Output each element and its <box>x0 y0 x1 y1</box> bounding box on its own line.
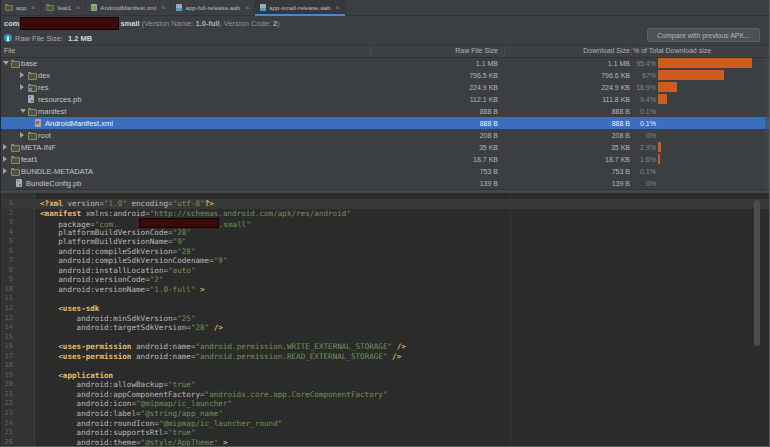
raw-file-size-label: Raw File Size: <box>15 34 65 43</box>
tab-AndroidManifest.xml[interactable]: AndroidManifest.xml× <box>86 0 171 15</box>
file-name: dex <box>38 71 50 80</box>
arrow-collapsed-icon[interactable] <box>3 156 7 162</box>
code-line: 7 android:compileSdkVersionCodename="9" <box>0 256 770 266</box>
column-header-file[interactable]: File <box>4 47 15 54</box>
raw-file-size-cell: 753 B <box>480 168 498 175</box>
tab-label: feat1 <box>57 4 71 11</box>
raw-file-size-cell: 18.7 KB <box>473 156 498 163</box>
raw-file-size-cell: 139 B <box>480 180 498 187</box>
tab-label: AndroidManifest.xml <box>100 4 156 11</box>
raw-file-size-cell: 224.9 KB <box>469 84 498 91</box>
tab-app[interactable]: app× <box>0 0 41 15</box>
raw-file-size-cell: 208 B <box>480 132 498 139</box>
folder-icon <box>28 133 37 140</box>
file-tree-rows: base1.1 MB1.1 MB95.4%dex796.5 KB796.6 KB… <box>0 57 770 190</box>
table-scrollbar[interactable] <box>765 58 769 189</box>
arrow-collapsed-icon[interactable] <box>3 168 7 174</box>
code-text: platformBuildVersionCode="28" <box>40 228 191 238</box>
file-name: resources.pb <box>38 95 81 104</box>
tree-row-resources.pb[interactable]: resources.pb112.1 KB111.8 KB9.4% <box>0 93 770 105</box>
code-line: 21 android:appComponentFactory="androidx… <box>0 390 770 400</box>
tree-row-base[interactable]: base1.1 MB1.1 MB95.4% <box>0 57 770 69</box>
close-tab-icon[interactable]: × <box>335 4 339 11</box>
folder-icon <box>28 109 37 116</box>
download-size-bar <box>658 58 752 68</box>
code-line: 20 android:allowBackup="true" <box>0 380 770 390</box>
tree-row-AndroidManifest.xml[interactable]: AndroidManifest.xml888 B888 B0.1% <box>0 117 770 129</box>
download-size-bar <box>658 82 677 92</box>
tree-row-root[interactable]: root208 B208 B0% <box>0 129 770 141</box>
code-line: 8 android:installLocation="auto" <box>0 266 770 276</box>
code-text: <manifest xmlns:android="http://schemas.… <box>40 209 351 219</box>
tab-app-small-release.aab[interactable]: app-small-release.aab× <box>255 0 345 15</box>
code-line: 24 android:roundIcon="@mipmap/ic_launche… <box>0 419 770 429</box>
manifest-file-icon <box>35 119 41 127</box>
code-line: 16 <uses-permission android:name="androi… <box>0 342 770 352</box>
redacted-package-name <box>139 218 219 228</box>
code-line: 12 <uses-sdk <box>0 304 770 314</box>
tree-row-feat1[interactable]: feat118.7 KB18.7 KB1.6% <box>0 153 770 165</box>
tree-row-res[interactable]: res224.9 KB224.9 KB18.9% <box>0 81 770 93</box>
tree-row-manifest[interactable]: manifest888 B888 B0.1% <box>0 105 770 117</box>
download-size-cell: 753 B <box>612 168 630 175</box>
folder-icon <box>11 169 20 176</box>
code-lines: 1<?xml version="1.0" encoding="utf-8"?>2… <box>0 199 770 447</box>
line-number: 13 <box>0 314 13 324</box>
arrow-collapsed-icon[interactable] <box>20 132 24 138</box>
code-text: android:theme="@style/AppTheme" > <box>40 438 227 447</box>
close-tab-icon[interactable]: × <box>245 4 249 11</box>
arrow-collapsed-icon[interactable] <box>20 72 24 78</box>
code-line: 11 <box>0 294 770 304</box>
download-size-cell: 888 B <box>612 108 630 115</box>
tab-feat1[interactable]: feat1× <box>41 0 86 15</box>
column-header-percent-of-total[interactable]: % of Total Download size <box>633 47 711 54</box>
pb-file-icon <box>28 95 34 103</box>
column-separator <box>504 47 505 56</box>
code-text: <uses-permission android:name="android.p… <box>40 352 401 362</box>
info-icon <box>4 34 12 42</box>
line-number: 8 <box>0 266 13 276</box>
line-number: 19 <box>0 371 13 381</box>
close-tab-icon[interactable]: × <box>161 4 165 11</box>
line-number: 25 <box>0 428 13 438</box>
download-size-cell: 224.9 KB <box>601 84 630 91</box>
download-size-bar <box>658 142 661 152</box>
arrow-collapsed-icon[interactable] <box>20 84 24 90</box>
compare-with-previous-apk-button[interactable]: Compare with previous APK... <box>647 28 760 42</box>
column-separator <box>631 47 632 56</box>
percent-cell: 9.4% <box>640 96 656 103</box>
folder-icon <box>11 61 20 68</box>
line-number: 4 <box>0 228 13 238</box>
aab-file-icon <box>176 4 182 11</box>
percent-cell: 67% <box>642 72 656 79</box>
tree-row-BundleConfig.pb[interactable]: BundleConfig.pb139 B139 B0% <box>0 177 770 189</box>
code-line: 19 <application <box>0 371 770 381</box>
code-line: 18 <box>0 361 770 371</box>
line-number: 9 <box>0 275 13 285</box>
apk-info-header: com small (Version Name: 1.0-full , Vers… <box>0 16 770 45</box>
file-name: manifest <box>38 107 66 116</box>
arrow-expanded-icon[interactable] <box>20 109 26 113</box>
manifest-editor[interactable]: 1<?xml version="1.0" encoding="utf-8"?>2… <box>0 193 770 447</box>
column-header-raw-file-size[interactable]: Raw File Size <box>455 47 498 54</box>
column-header-download-size[interactable]: Download Size <box>583 47 630 54</box>
line-number: 24 <box>0 419 13 429</box>
line-number: 22 <box>0 399 13 409</box>
raw-file-size-cell: 1.1 MB <box>476 60 498 67</box>
package-suffix: small <box>120 19 139 28</box>
editor-scrollbar[interactable] <box>754 200 760 346</box>
close-tab-icon[interactable]: × <box>76 4 80 11</box>
code-line: 5 platformBuildVersionName="9" <box>0 237 770 247</box>
tree-row-META-INF[interactable]: META-INF35 KB35 KB2.9% <box>0 141 770 153</box>
arrow-collapsed-icon[interactable] <box>3 144 7 150</box>
close-tab-icon[interactable]: × <box>31 4 35 11</box>
code-line: 10 android:versionName="1.0-full" > <box>0 285 770 295</box>
arrow-expanded-icon[interactable] <box>3 61 9 65</box>
tab-app-full-release.aab[interactable]: app-full-release.aab× <box>171 0 255 15</box>
tree-row-dex[interactable]: dex796.5 KB796.6 KB67% <box>0 69 770 81</box>
file-name: root <box>38 131 51 140</box>
tree-row-BUNDLE-METADATA[interactable]: BUNDLE-METADATA753 B753 B0.1% <box>0 165 770 177</box>
code-text: android:compileSdkVersion="28" <box>40 247 195 257</box>
aab-file-icon <box>260 4 266 11</box>
percent-cell: 2.9% <box>640 144 656 151</box>
